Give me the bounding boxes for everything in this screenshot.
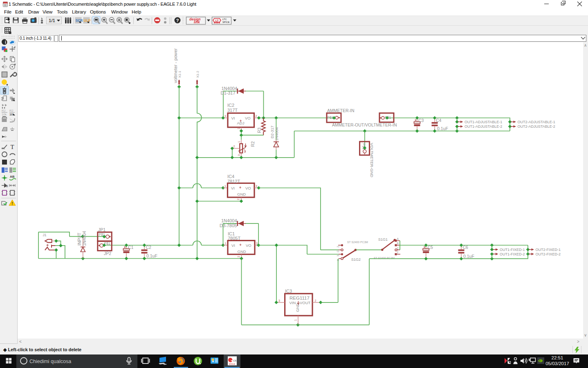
svg-text:C3: C3 bbox=[418, 118, 424, 123]
svg-text:3: 3 bbox=[337, 255, 339, 257]
svg-text:C4: C4 bbox=[436, 118, 442, 123]
svg-text:P$1: P$1 bbox=[328, 115, 334, 120]
svg-text:1: 1 bbox=[237, 128, 240, 129]
svg-text:J1: J1 bbox=[43, 233, 47, 237]
svg-text:R2: R2 bbox=[9, 109, 13, 113]
svg-text:S1G1: S1G1 bbox=[378, 237, 388, 242]
svg-text:10: 10 bbox=[9, 113, 13, 116]
svg-text:VO: VO bbox=[246, 243, 251, 248]
svg-text:05/03/2017: 05/03/2017 bbox=[545, 361, 569, 366]
svg-text:R3: R3 bbox=[257, 127, 262, 133]
svg-text:GND: GND bbox=[295, 303, 300, 312]
svg-text:C: C bbox=[337, 250, 339, 252]
svg-text:EAGLE: EAGLE bbox=[229, 363, 235, 365]
svg-text:0.1uF: 0.1uF bbox=[146, 253, 157, 258]
svg-text:D2-317: D2-317 bbox=[270, 126, 274, 138]
svg-text:VI: VI bbox=[231, 243, 235, 248]
svg-text:OUT2-FIXED-1: OUT2-FIXED-1 bbox=[536, 248, 561, 252]
svg-text:AMMETER-IN: AMMETER-IN bbox=[327, 108, 355, 113]
svg-text:Chiedimi qualcosa: Chiedimi qualcosa bbox=[29, 359, 71, 364]
svg-text:VO: VO bbox=[245, 116, 251, 120]
svg-text:LT: LT bbox=[215, 19, 218, 22]
svg-text:C5: C5 bbox=[428, 245, 433, 250]
svg-text:10k: 10k bbox=[2, 113, 7, 116]
svg-text:OUT1-ADJUSTABLE-1: OUT1-ADJUSTABLE-1 bbox=[465, 120, 502, 124]
svg-text:C1: C1 bbox=[128, 245, 134, 250]
svg-text:2: 2 bbox=[337, 246, 339, 248]
svg-text:C2: C2 bbox=[146, 245, 152, 250]
svg-text:LTC: LTC bbox=[222, 18, 227, 20]
svg-text:OUT1-FIXED-2: OUT1-FIXED-2 bbox=[500, 252, 525, 256]
svg-text:ST S2400 PC3M: ST S2400 PC3M bbox=[374, 257, 395, 260]
svg-text:X1-1: X1-1 bbox=[178, 71, 182, 78]
svg-text:i: i bbox=[5, 40, 6, 45]
svg-text:3: 3 bbox=[256, 242, 258, 245]
svg-text:GND: GND bbox=[238, 249, 246, 254]
svg-text:R2: R2 bbox=[2, 109, 6, 113]
svg-text:REG1117: REG1117 bbox=[290, 296, 310, 300]
svg-text:SPICE: SPICE bbox=[222, 21, 230, 23]
svg-text:VOUT: VOUT bbox=[300, 300, 311, 305]
svg-text:IC3: IC3 bbox=[285, 289, 292, 293]
svg-text:AB: AB bbox=[10, 175, 15, 178]
svg-text:2: 2 bbox=[237, 199, 240, 200]
svg-text:7812T: 7812T bbox=[227, 179, 240, 184]
svg-text:1N4004: 1N4004 bbox=[82, 231, 87, 246]
svg-text:B: B bbox=[397, 242, 399, 245]
svg-text:AB: AB bbox=[4, 185, 8, 187]
svg-text:S1G2: S1G2 bbox=[351, 257, 361, 262]
svg-text:AMMETER-OUT/VOLTMETER-IN: AMMETER-OUT/VOLTMETER-IN bbox=[332, 122, 397, 127]
svg-text:22:51: 22:51 bbox=[552, 355, 563, 360]
svg-text:INPUT: INPUT bbox=[77, 233, 82, 246]
svg-text:2: 2 bbox=[256, 115, 257, 117]
svg-text:2: 2 bbox=[397, 251, 399, 254]
svg-text:1: 1 bbox=[225, 242, 227, 245]
svg-text:IC4: IC4 bbox=[227, 174, 234, 179]
svg-text:VOLTMETER-GND: VOLTMETER-GND bbox=[370, 143, 374, 177]
svg-text:3: 3 bbox=[256, 185, 257, 187]
svg-text:CS: CS bbox=[233, 359, 236, 362]
svg-text:ULP: ULP bbox=[84, 18, 91, 23]
svg-text:1: 1 bbox=[238, 141, 240, 143]
svg-text:OUT1-ADJUSTABLE-2: OUT1-ADJUSTABLE-2 bbox=[465, 124, 502, 129]
svg-text:0.1uF: 0.1uF bbox=[437, 126, 448, 131]
svg-text:IC2: IC2 bbox=[227, 103, 234, 108]
svg-text:!: ! bbox=[11, 201, 13, 206]
svg-text:VO: VO bbox=[245, 186, 251, 190]
svg-text:D3-7805: D3-7805 bbox=[220, 223, 237, 228]
svg-text:317T: 317T bbox=[227, 108, 238, 113]
svg-text:X1-2: X1-2 bbox=[196, 71, 200, 78]
svg-text:1: 1 bbox=[294, 319, 297, 321]
svg-text:OUT2-ADJUSTABLE-2: OUT2-ADJUSTABLE-2 bbox=[518, 124, 555, 129]
svg-text:JP1: JP1 bbox=[98, 227, 105, 232]
svg-text:GND: GND bbox=[237, 192, 246, 196]
svg-text:1N4004: 1N4004 bbox=[221, 218, 237, 223]
svg-text:2: 2 bbox=[233, 145, 235, 148]
svg-text:2: 2 bbox=[237, 256, 240, 257]
svg-text:OUT2-FIXED-2: OUT2-FIXED-2 bbox=[536, 252, 561, 256]
svg-text:C: C bbox=[397, 247, 399, 250]
svg-text:T: T bbox=[10, 144, 14, 150]
svg-text:IC1: IC1 bbox=[228, 231, 235, 236]
svg-text:3: 3 bbox=[238, 154, 240, 156]
svg-text:A: A bbox=[397, 237, 399, 240]
svg-text:?: ? bbox=[176, 18, 179, 23]
svg-text:ST S2400 PC3M: ST S2400 PC3M bbox=[347, 241, 368, 244]
svg-text:1: 1 bbox=[224, 185, 226, 187]
svg-text:JP2: JP2 bbox=[104, 251, 111, 256]
svg-text:link: link bbox=[194, 20, 200, 24]
svg-text:OUT1-FIXED-1: OUT1-FIXED-1 bbox=[500, 248, 525, 252]
svg-text:VI: VI bbox=[231, 116, 235, 120]
svg-text:VI: VI bbox=[231, 186, 235, 190]
svg-text:7805T: 7805T bbox=[228, 236, 240, 241]
svg-text:R2: R2 bbox=[250, 141, 255, 147]
svg-text:2: 2 bbox=[315, 299, 316, 302]
svg-text:0.1uF: 0.1uF bbox=[463, 254, 474, 259]
svg-text:3: 3 bbox=[278, 299, 280, 302]
svg-text:voltmeter - power: voltmeter - power bbox=[173, 48, 178, 83]
svg-text:D1-317: D1-317 bbox=[221, 90, 236, 95]
svg-text:1/1: 1/1 bbox=[49, 18, 55, 23]
svg-text:1N4004: 1N4004 bbox=[274, 127, 279, 141]
svg-text:C6: C6 bbox=[463, 245, 469, 250]
svg-text:OUT2-ADJUSTABLE-1: OUT2-ADJUSTABLE-1 bbox=[518, 120, 555, 124]
